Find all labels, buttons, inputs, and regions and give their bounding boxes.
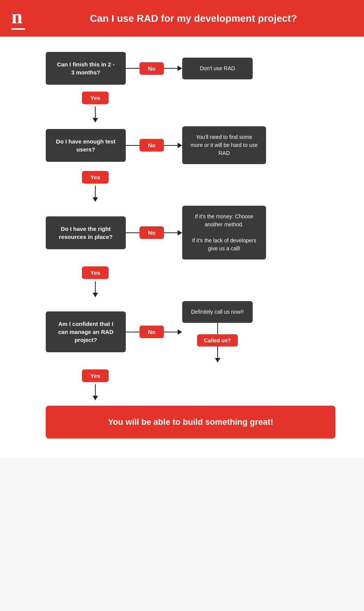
page-title: Can I use RAD for my development project… <box>34 13 353 24</box>
flow-row-4: Am I confident that I can manage an RAD … <box>46 301 253 363</box>
line-v-4 <box>95 384 96 396</box>
arrowhead-right-2 <box>178 143 182 148</box>
answer-box-3: If it's the money: Choose another method… <box>182 206 266 260</box>
line-v-2 <box>95 186 96 197</box>
arrowhead-right-4 <box>178 329 182 335</box>
no-badge-1: No <box>140 62 164 75</box>
arrowhead-down-4b <box>215 358 220 363</box>
flowchart: Can I finish this in 2 - 3 months? No Do… <box>23 52 341 439</box>
question-box-2: Do I have enough test users? <box>46 129 126 162</box>
line-v-4b <box>217 323 218 334</box>
logo: n <box>11 7 25 30</box>
line-h-1 <box>126 68 140 69</box>
line-h-4 <box>126 332 140 332</box>
answer-box-4: Definitely call us now!! <box>182 301 253 323</box>
line-v-1 <box>95 106 96 118</box>
called-us-badge: Called us? <box>197 334 238 347</box>
flow-row-1: Can I finish this in 2 - 3 months? No Do… <box>46 52 253 85</box>
arrow-right-2: No <box>126 139 182 152</box>
yes-badge-1: Yes <box>82 92 109 104</box>
flow-row-2: Do I have enough test users? No You'll n… <box>46 126 266 164</box>
question-box-4: Am I confident that I can manage an RAD … <box>46 311 126 352</box>
arrowhead-right-1 <box>178 66 182 71</box>
header: n Can I use RAD for my development proje… <box>0 0 364 37</box>
no-badge-3: No <box>140 226 164 239</box>
answer-box-2: You'll need to find some more or it will… <box>182 126 266 164</box>
arrow-right-1: No <box>126 62 182 75</box>
arrowhead-down-4 <box>93 396 98 400</box>
final-box: You will be able to build something grea… <box>46 406 335 439</box>
arrowhead-right-3 <box>178 230 182 235</box>
yes-badge-3: Yes <box>82 266 109 279</box>
line-h-4b <box>164 332 178 332</box>
answer-box-4-wrap: Definitely call us now!! Called us? <box>182 301 253 363</box>
main-content: Can I finish this in 2 - 3 months? No Do… <box>0 37 364 458</box>
no-badge-2: No <box>140 139 164 152</box>
flow-row-3: Do I have the right resources in place? … <box>46 206 266 260</box>
question-box-1: Can I finish this in 2 - 3 months? <box>46 52 126 85</box>
arrow-right-4: No <box>126 326 182 338</box>
line-h-2b <box>164 145 178 146</box>
vert-connector-3: Yes <box>82 260 109 297</box>
vert-connector-2: Yes <box>82 164 109 202</box>
vert-connector-4: Yes <box>82 363 109 400</box>
logo-underline <box>11 28 25 30</box>
line-v-3 <box>95 281 96 293</box>
arrowhead-down-2 <box>93 197 98 202</box>
yes-badge-2: Yes <box>82 171 109 184</box>
arrowhead-down-3 <box>93 293 98 297</box>
vert-connector-1: Yes <box>82 85 109 123</box>
line-h-3b <box>164 232 178 233</box>
line-h-2 <box>126 145 140 146</box>
no-badge-4: No <box>140 326 164 338</box>
question-box-3: Do I have the right resources in place? <box>46 216 126 249</box>
logo-letter: n <box>11 7 25 27</box>
arrowhead-down-1 <box>93 118 98 123</box>
line-v-4c <box>217 347 218 358</box>
answer-box-1: Don't use RAD <box>182 58 253 79</box>
line-h-1b <box>164 68 178 69</box>
arrow-right-3: No <box>126 226 182 239</box>
line-h-3 <box>126 232 140 233</box>
yes-badge-4: Yes <box>82 369 109 382</box>
